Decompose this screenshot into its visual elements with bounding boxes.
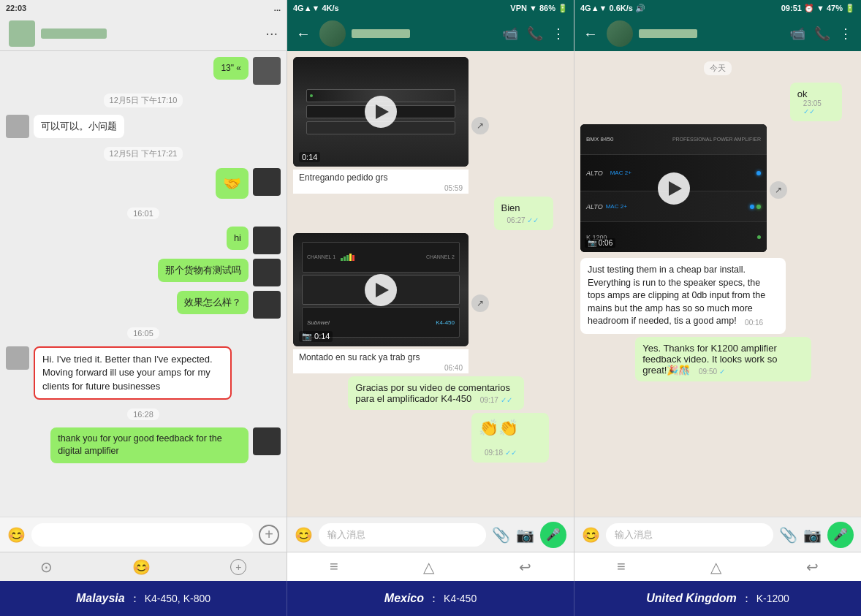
wa-uk-share-btn[interactable]: ↗: [770, 181, 787, 199]
wechat-recv-avatar-1: [6, 115, 29, 138]
wa-mexico-clap: 👏👏 09:18 ✓✓: [471, 413, 568, 463]
wa-uk-status-bar: 4G▲▼ 0.6K/s 🔊 09:51 ⏰ ▼ 47% 🔋: [574, 0, 861, 16]
wa-mexico-chat-body: 0:14 Entregando pedido grs 05:59 ↗ Bien …: [287, 51, 574, 517]
wa-mexico-header: ← 📹 📞 ⋮: [287, 16, 574, 51]
wechat-msg-hi: hi: [6, 227, 281, 254]
wa-uk-phone-icon[interactable]: 📞: [814, 26, 830, 42]
wechat-ts-1: 12月5日 下午17:10: [104, 94, 183, 107]
wechat-header: ···: [0, 16, 287, 51]
wa-uk-ts-today: 今天: [704, 61, 732, 75]
wa-uk-emoji-icon[interactable]: 😊: [582, 526, 600, 544]
wa-uk-mic-button[interactable]: 🎤: [827, 522, 854, 548]
wechat-time: 22:03: [6, 4, 26, 12]
footer-malaysia: Malaysia ： K4-450, K-800: [0, 581, 287, 616]
wa-uk-input-bar: 😊 输入消息 📎 📷 🎤: [574, 517, 861, 552]
wechat-contact-avatar: [9, 20, 35, 47]
wa-mexico-emoji-icon[interactable]: 😊: [295, 526, 313, 544]
wa-mexico-status-left: 4G▲▼ 4K/s: [293, 4, 339, 12]
wechat-msg-thankyou: thank you for your good feedback for the…: [6, 427, 281, 463]
wa-uk-sent-thanks: Yes. Thanks for K1200 amplifier feedback…: [635, 337, 855, 381]
wechat-thumb-handshake: [253, 168, 281, 196]
wa-mexico-name-blur: [352, 29, 410, 38]
wa-uk-name-blur: [639, 29, 697, 38]
wechat-emoji-nav-icon[interactable]: 😊: [132, 558, 151, 576]
wechat-nav-bar: ⊙ 😊 +: [0, 552, 287, 581]
whatsapp-mexico-panel: 4G▲▼ 4K/s VPN ▼ 86% 🔋 ← 📹 📞 ⋮: [287, 0, 574, 581]
wechat-nav-icon[interactable]: ⊙: [40, 558, 53, 576]
wechat-status-right: ...: [274, 4, 281, 12]
wa-mexico-sent-bien: Bien 06:27 ✓✓: [494, 197, 568, 230]
wechat-msg-recv-1: 可以可以。小问题: [6, 115, 281, 138]
wechat-thumb-test: [253, 259, 281, 286]
wa-share-btn-2[interactable]: ↗: [471, 294, 489, 312]
wechat-thumb-thankyou: [253, 427, 281, 455]
wechat-plus-nav-icon[interactable]: +: [230, 559, 246, 575]
wechat-bubble-thankyou: thank you for your good feedback for the…: [50, 427, 249, 463]
wa-mexico-video-icon[interactable]: 📹: [502, 26, 518, 42]
wa-mexico-attach-icon[interactable]: 📎: [492, 526, 510, 544]
wa-mexico-sent-gracias: Gracias por su video de comentarios para…: [348, 376, 568, 410]
wechat-more-icon[interactable]: ···: [265, 25, 278, 42]
wa-mexico-phone-icon[interactable]: 📞: [527, 26, 543, 42]
footer-malaysia-products: K4-450, K-800: [145, 593, 210, 604]
wa-uk-video-icon[interactable]: 📹: [789, 26, 805, 42]
footer-mexico-country: Mexico: [384, 592, 424, 605]
wa-uk-nav-menu[interactable]: ≡: [617, 558, 626, 575]
wa-uk-status-left: 4G▲▼ 0.6K/s 🔊: [580, 4, 645, 13]
wechat-status-bar: 22:03 ...: [0, 0, 287, 16]
wechat-emoji-icon[interactable]: 😊: [7, 526, 26, 544]
wa-mexico-video-2: CHANNEL 1 CHANNEL 2: [293, 233, 469, 373]
footer-uk-country: United Kingdom: [646, 592, 737, 605]
wa-mexico-caption-1: Entregando pedido grs 05:59: [293, 170, 469, 194]
wa-uk-sent-ok: ok 23:05 ✓✓: [790, 83, 855, 121]
wechat-msg-recv-bordered: Hi. I've tried it. Better than I've expe…: [6, 346, 281, 400]
wa-mexico-nav-home[interactable]: △: [423, 558, 434, 576]
footer-uk-products: K-1200: [756, 593, 789, 604]
wa-mexico-status-right: VPN ▼ 86% 🔋: [510, 4, 568, 13]
wa-uk-avatar: [607, 20, 633, 47]
wechat-ts-2: 12月5日 下午17:21: [104, 147, 183, 161]
wa-mexico-camera-icon[interactable]: 📷: [516, 526, 534, 544]
wa-uk-nav-back[interactable]: ↩: [806, 558, 819, 576]
wa-mexico-input-bar: 😊 输入消息 📎 📷 🎤: [287, 517, 574, 552]
wechat-bubble-test: 那个货物有测试吗: [158, 259, 249, 282]
wa-mexico-back-icon[interactable]: ←: [296, 26, 311, 42]
footer-mexico-colon: ：: [428, 592, 439, 606]
wa-uk-nav-home[interactable]: △: [710, 558, 721, 576]
wa-mexico-status-bar: 4G▲▼ 4K/s VPN ▼ 86% 🔋: [287, 0, 574, 16]
wa-uk-video: BMX 8450 PROFESSIONAL POWER AMPLIFIER AL…: [580, 124, 767, 255]
wechat-add-icon[interactable]: +: [259, 525, 279, 545]
wa-uk-nav-bar: ≡ △ ↩: [574, 552, 861, 581]
wa-uk-attach-icon[interactable]: 📎: [779, 526, 797, 544]
wa-uk-back-icon[interactable]: ←: [583, 26, 598, 42]
wa-uk-more-icon[interactable]: ⋮: [839, 26, 852, 42]
wa-mexico-video-1: 0:14 Entregando pedido grs 05:59 ↗: [293, 57, 469, 194]
wechat-bubble-effect: 效果怎么样？: [177, 291, 249, 314]
wechat-thumb-effect: [253, 291, 281, 319]
wechat-input-bar: 😊 +: [0, 517, 287, 552]
wechat-ts-3: 16:01: [127, 208, 159, 219]
wechat-msg-effect: 效果怎么样？: [6, 291, 281, 319]
footer-uk: United Kingdom ： K-1200: [574, 581, 861, 616]
wechat-ts-5: 16:28: [127, 408, 159, 420]
wa-uk-input[interactable]: 输入消息: [606, 523, 773, 547]
wechat-msg-test: 那个货物有测试吗: [6, 259, 281, 286]
footer-malaysia-colon: ：: [129, 592, 140, 606]
wechat-bubble-handshake: 🤝: [216, 168, 249, 199]
wa-uk-camera-icon[interactable]: 📷: [803, 526, 822, 544]
wa-mexico-more-icon[interactable]: ⋮: [552, 26, 565, 42]
wa-mexico-nav-back[interactable]: ↩: [519, 558, 531, 576]
wechat-bubble-sent-top: 13" «: [213, 57, 249, 80]
wechat-bubble-recv-1: 可以可以。小问题: [34, 115, 124, 138]
footer-uk-colon: ：: [741, 592, 752, 606]
wa-uk-status-right: 09:51 ⏰ ▼ 47% 🔋: [781, 4, 855, 13]
footer-banner: Malaysia ： K4-450, K-800 Mexico ： K4-450…: [0, 581, 861, 616]
wa-uk-header: ← 📹 📞 ⋮: [574, 16, 861, 51]
wechat-msg-sent-top: 13" «: [6, 57, 281, 85]
wa-mexico-nav-menu[interactable]: ≡: [330, 558, 338, 575]
wechat-input[interactable]: [31, 523, 253, 547]
wa-mexico-mic-button[interactable]: 🎤: [540, 522, 566, 548]
wa-mexico-input[interactable]: 输入消息: [319, 523, 486, 547]
wa-mexico-avatar: [319, 20, 346, 47]
wa-share-btn-1[interactable]: ↗: [471, 117, 489, 134]
